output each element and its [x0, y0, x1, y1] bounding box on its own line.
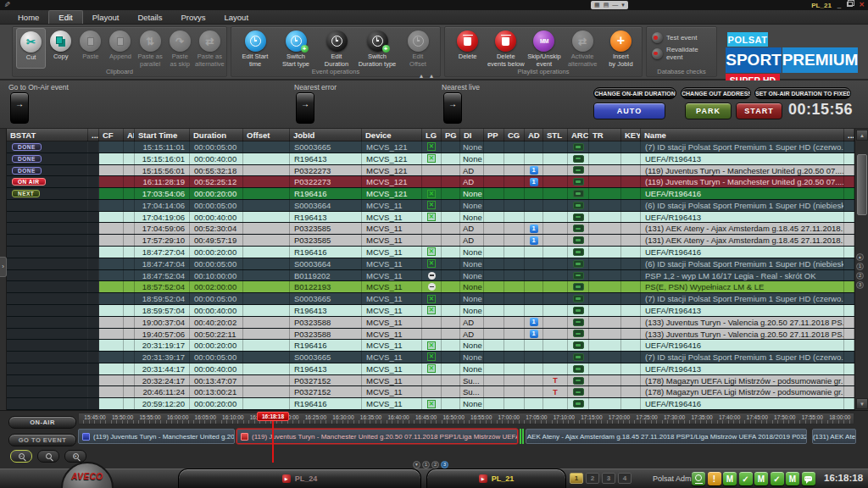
timeline-page-1[interactable]: 1	[422, 461, 430, 469]
ribbon-button-paste-as-skip[interactable]: ↷Paste as skip	[165, 28, 195, 69]
column-header-ad[interactable]: AD	[525, 129, 543, 141]
ribbon-button-paste[interactable]: Paste	[75, 28, 105, 69]
minimize-small-icon[interactable]: —	[612, 1, 618, 9]
playlist-row[interactable]: 17:04:59:0600:52:30:04P0323585MCVS_11AD1…	[7, 223, 854, 235]
ribbon-button-delete[interactable]: Delete	[448, 28, 487, 69]
menu-item-provys[interactable]: Provys	[171, 11, 214, 24]
scroll-down-icon[interactable]: ▼	[856, 398, 868, 409]
side-page-3[interactable]: 3	[856, 281, 864, 289]
expand-panel-button[interactable]: ›	[0, 257, 7, 277]
menu-item-home[interactable]: Home	[8, 11, 48, 24]
status-check-icon[interactable]: ✓	[739, 472, 753, 485]
status-alert-icon[interactable]: !	[708, 472, 721, 485]
playlist-row[interactable]: 17:04:14:0600:00:05:00S0003664MCVS_11✕No…	[7, 200, 854, 212]
scroll-thumb[interactable]	[857, 154, 867, 215]
playlist-grid[interactable]: DONE15:15:11:0100:00:05:00S0003665MCVS_1…	[7, 141, 854, 410]
ribbon-button-insert-by-jobid[interactable]: +Insert by JobId	[602, 28, 640, 69]
minimize-button[interactable]: _	[837, 2, 841, 8]
nearest-live-button[interactable]: →	[443, 92, 462, 124]
status-monitor-m-icon[interactable]: M	[723, 472, 737, 485]
column-header-key[interactable]: KEY	[621, 129, 641, 141]
side-page-1[interactable]: 1	[856, 263, 864, 270]
column-header-offset[interactable]: Offset	[243, 129, 290, 141]
nearest-error-button[interactable]: →	[296, 92, 314, 124]
playlist-row[interactable]: 18:59:52:0400:00:05:00S0003665MCVS_11✕No…	[7, 293, 854, 305]
column-header-name[interactable]: Name	[641, 129, 844, 141]
ribbon-button-skip-unskip-event[interactable]: MMSkip/Unskip event	[525, 28, 563, 69]
column-header-lg[interactable]: LG	[422, 129, 442, 141]
chevron-down-icon[interactable]: ▾	[413, 461, 420, 469]
workspace-chip-3[interactable]: 3	[602, 473, 615, 484]
status-monitor-m-icon[interactable]: M	[754, 472, 768, 485]
column-header-stl[interactable]: STL	[543, 129, 568, 141]
chevron-down-icon[interactable]: ▾	[621, 1, 625, 9]
playlist-row[interactable]: 20:31:19:1700:00:20:00R196416MCVS_11✕Non…	[7, 340, 854, 352]
ribbon-button-paste-as-parallel[interactable]: ⇅Paste as parallel	[136, 28, 165, 69]
column-header-dev[interactable]: Device	[362, 129, 422, 141]
column-header-tr[interactable]: TR	[589, 129, 621, 141]
ribbon-button-delete-events-below[interactable]: Delete events below	[487, 28, 525, 69]
playlist-row[interactable]: ON AIR16:11:28:1900:52:25:12P0322273MCVS…	[7, 176, 854, 188]
ribbon-button-test-event[interactable]: Test event	[652, 32, 697, 43]
workspace-chip-4[interactable]: 4	[618, 473, 632, 484]
zoom-in-button[interactable]: +	[64, 450, 86, 463]
tab-pl-21[interactable]: ▶ PL_21	[426, 469, 566, 488]
ribbon-button-copy[interactable]: Copy	[46, 28, 75, 69]
menu-item-edit[interactable]: Edit	[48, 10, 82, 24]
workspace-chip-2[interactable]: 2	[586, 473, 599, 484]
change-onair-duration-button[interactable]: CHANGE ON-AIR DURATION	[593, 87, 676, 99]
ribbon-button-switch-duration-type[interactable]: +Switch Duration type	[357, 28, 398, 69]
zoom-out-button[interactable]: −	[10, 450, 32, 463]
goto-onair-button[interactable]: →	[10, 92, 29, 124]
ribbon-button-switch-start-type[interactable]: +Switch Start type	[275, 28, 316, 69]
timeline-event-bar[interactable]: (131) AEK Ateny - Ajax Amsterdam g.18.45…	[526, 429, 807, 444]
collapse-ribbon-icon[interactable]: ▴	[427, 73, 436, 80]
status-globe-icon[interactable]	[692, 472, 705, 485]
grid-icon[interactable]: ▦	[594, 1, 600, 9]
playlist-row[interactable]: 20:32:24:1700:13:47:07P0327152MCVS_11Su.…	[7, 375, 854, 387]
playlist-row[interactable]: DONE15:15:16:0100:00:40:00R196413MCVS_12…	[7, 153, 854, 165]
column-header-cf[interactable]: CF	[99, 129, 124, 141]
column-header-start[interactable]: Start Time	[135, 129, 190, 141]
status-monitor-m-icon[interactable]: M	[786, 472, 799, 485]
timeline-page-3[interactable]: 3	[441, 461, 448, 469]
playlist-row[interactable]: 18:59:57:0400:00:40:00R196413MCVS_11✕Non…	[7, 305, 854, 317]
playlist-row[interactable]: 19:40:57:0600:50:22:11P0323588MCVS_11AD1…	[7, 329, 854, 341]
timeline-event-bar[interactable]: (119) Juventus Turyn - Manchester United…	[236, 429, 518, 444]
park-button[interactable]: PARK	[685, 103, 732, 119]
playlist-row[interactable]: DONE15:15:56:0100:55:32:18P0322273MCVS_1…	[7, 165, 854, 177]
column-header-ai[interactable]: AI	[124, 129, 135, 141]
set-onair-duration-fixed-button[interactable]: SET ON-AIR DURATION TO FIXED	[754, 87, 851, 99]
chevron-up-icon[interactable]: ▴	[856, 253, 864, 261]
timeline-ruler[interactable]: 15:45:0015:50:0015:55:0016:00:0016:05:00…	[78, 413, 854, 424]
playlist-row[interactable]: 17:04:19:0600:00:40:00R196413MCVS_11✕Non…	[7, 212, 854, 224]
timeline-goto-event-button[interactable]: GO TO EVENT	[8, 434, 76, 446]
timeline-event-bar[interactable]: (131) AEK Ate	[812, 429, 856, 444]
workspace-chip-1[interactable]: 1	[570, 473, 583, 484]
playlist-row[interactable]: 20:46:11:2400:13:00:21P0327152MCVS_11Su.…	[7, 386, 854, 398]
playlist-row[interactable]: 19:00:37:0400:40:20:02P0323588MCVS_11AD1…	[7, 317, 854, 329]
status-chat-icon[interactable]: ···	[802, 472, 815, 485]
playlist-row[interactable]: 17:57:29:1000:49:57:19P0323585MCVS_11AD1…	[7, 235, 854, 247]
playlist-row[interactable]: 18:47:47:0400:00:05:00S0003664MCVS_11✕No…	[7, 258, 854, 270]
timeline-page-2[interactable]: 2	[431, 461, 439, 469]
column-header-pp[interactable]: PP	[484, 129, 504, 141]
tab-pl-24[interactable]: ▶ PL_24	[178, 469, 421, 488]
column-header-dur[interactable]: Duration	[190, 129, 243, 141]
playlist-row[interactable]: DONE15:15:11:0100:00:05:00S0003665MCVS_1…	[7, 141, 854, 153]
menu-item-layout[interactable]: Layout	[215, 11, 259, 24]
auto-button[interactable]: AUTO	[593, 103, 665, 119]
ribbon-button-revalidate-event[interactable]: Revalidate event	[652, 46, 716, 61]
column-header-dots2[interactable]: ...	[844, 129, 854, 141]
column-header-bstat[interactable]: BSTAT	[7, 129, 88, 141]
timeline-onair-button[interactable]: ON-AIR	[8, 416, 76, 429]
column-header-arc[interactable]: ARC	[568, 129, 589, 141]
ribbon-button-append[interactable]: Append	[105, 28, 135, 69]
menu-item-playout[interactable]: Playout	[83, 11, 129, 24]
playlist-row[interactable]: NEXT17:03:54:0600:00:20:00R196416MCVS_12…	[7, 188, 854, 200]
change-out-address-button[interactable]: CHANGE OUT ADDRESS	[681, 87, 751, 99]
timeline-event-bar[interactable]: (119) Juventus Turyn - Manchester United…	[78, 429, 235, 444]
scroll-up-icon[interactable]: ▲	[856, 130, 868, 141]
restore-button[interactable]	[847, 2, 853, 8]
playlist-row[interactable]: 20:31:39:1700:00:05:00S0003665MCVS_11✕No…	[7, 352, 854, 363]
